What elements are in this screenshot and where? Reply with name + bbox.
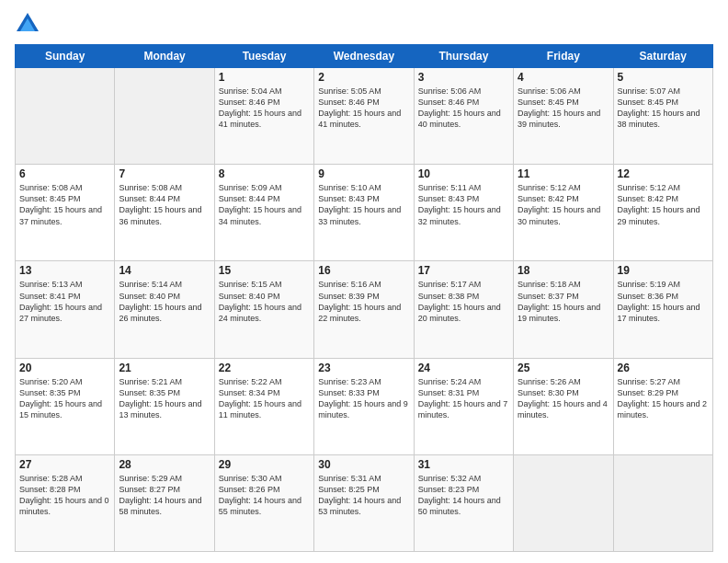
calendar-cell: 19Sunrise: 5:19 AMSunset: 8:36 PMDayligh… xyxy=(613,261,712,358)
day-number: 27 xyxy=(19,458,110,471)
calendar-cell: 11Sunrise: 5:12 AMSunset: 8:42 PMDayligh… xyxy=(514,165,613,261)
day-header-friday: Friday xyxy=(514,45,613,68)
day-info: Sunrise: 5:19 AMSunset: 8:36 PMDaylight:… xyxy=(618,279,709,324)
calendar-cell: 28Sunrise: 5:29 AMSunset: 8:27 PMDayligh… xyxy=(115,454,214,551)
day-number: 22 xyxy=(219,362,310,374)
calendar-cell: 14Sunrise: 5:14 AMSunset: 8:40 PMDayligh… xyxy=(115,261,214,358)
day-info: Sunrise: 5:22 AMSunset: 8:34 PMDaylight:… xyxy=(219,376,310,421)
day-number: 20 xyxy=(19,362,110,374)
day-info: Sunrise: 5:24 AMSunset: 8:31 PMDaylight:… xyxy=(418,376,509,421)
day-header-tuesday: Tuesday xyxy=(214,45,313,68)
week-row-4: 20Sunrise: 5:20 AMSunset: 8:35 PMDayligh… xyxy=(16,358,713,454)
day-header-monday: Monday xyxy=(115,45,214,68)
calendar-cell: 29Sunrise: 5:30 AMSunset: 8:26 PMDayligh… xyxy=(214,454,313,551)
calendar-cell: 23Sunrise: 5:23 AMSunset: 8:33 PMDayligh… xyxy=(314,358,414,454)
day-info: Sunrise: 5:18 AMSunset: 8:37 PMDaylight:… xyxy=(518,279,609,324)
calendar-cell: 12Sunrise: 5:12 AMSunset: 8:42 PMDayligh… xyxy=(613,165,712,261)
calendar-cell: 13Sunrise: 5:13 AMSunset: 8:41 PMDayligh… xyxy=(16,261,115,358)
day-number: 29 xyxy=(219,458,310,471)
calendar-cell: 26Sunrise: 5:27 AMSunset: 8:29 PMDayligh… xyxy=(613,358,712,454)
calendar-cell: 8Sunrise: 5:09 AMSunset: 8:44 PMDaylight… xyxy=(214,165,313,261)
calendar-cell: 30Sunrise: 5:31 AMSunset: 8:25 PMDayligh… xyxy=(314,454,414,551)
day-number: 19 xyxy=(618,264,709,277)
day-number: 3 xyxy=(418,71,509,84)
calendar-cell xyxy=(115,68,214,165)
calendar-cell: 25Sunrise: 5:26 AMSunset: 8:30 PMDayligh… xyxy=(514,358,613,454)
day-info: Sunrise: 5:12 AMSunset: 8:42 PMDaylight:… xyxy=(518,182,609,227)
calendar-cell: 1Sunrise: 5:04 AMSunset: 8:46 PMDaylight… xyxy=(214,68,313,165)
day-info: Sunrise: 5:08 AMSunset: 8:45 PMDaylight:… xyxy=(19,182,110,227)
day-number: 14 xyxy=(119,264,210,277)
day-number: 11 xyxy=(518,167,609,180)
day-number: 17 xyxy=(418,264,509,277)
day-info: Sunrise: 5:08 AMSunset: 8:44 PMDaylight:… xyxy=(119,182,210,227)
day-number: 30 xyxy=(318,458,409,471)
day-info: Sunrise: 5:32 AMSunset: 8:23 PMDaylight:… xyxy=(418,473,509,518)
day-number: 16 xyxy=(318,264,409,277)
day-info: Sunrise: 5:14 AMSunset: 8:40 PMDaylight:… xyxy=(119,279,210,324)
calendar-cell: 7Sunrise: 5:08 AMSunset: 8:44 PMDaylight… xyxy=(115,165,214,261)
day-info: Sunrise: 5:06 AMSunset: 8:46 PMDaylight:… xyxy=(418,86,509,131)
week-row-3: 13Sunrise: 5:13 AMSunset: 8:41 PMDayligh… xyxy=(16,261,713,358)
calendar-cell: 2Sunrise: 5:05 AMSunset: 8:46 PMDaylight… xyxy=(314,68,414,165)
calendar-cell: 22Sunrise: 5:22 AMSunset: 8:34 PMDayligh… xyxy=(214,358,313,454)
day-number: 18 xyxy=(518,264,609,277)
calendar-cell: 21Sunrise: 5:21 AMSunset: 8:35 PMDayligh… xyxy=(115,358,214,454)
day-number: 23 xyxy=(318,362,409,374)
day-info: Sunrise: 5:15 AMSunset: 8:40 PMDaylight:… xyxy=(219,279,310,324)
day-number: 31 xyxy=(418,458,509,471)
week-row-1: 1Sunrise: 5:04 AMSunset: 8:46 PMDaylight… xyxy=(16,68,713,165)
day-number: 7 xyxy=(119,167,210,180)
day-number: 25 xyxy=(518,362,609,374)
day-number: 4 xyxy=(518,71,609,84)
day-number: 24 xyxy=(418,362,509,374)
day-header-saturday: Saturday xyxy=(613,45,712,68)
day-header-thursday: Thursday xyxy=(414,45,513,68)
day-header-sunday: Sunday xyxy=(16,45,115,68)
day-info: Sunrise: 5:29 AMSunset: 8:27 PMDaylight:… xyxy=(119,473,210,518)
calendar-cell: 9Sunrise: 5:10 AMSunset: 8:43 PMDaylight… xyxy=(314,165,414,261)
day-info: Sunrise: 5:07 AMSunset: 8:45 PMDaylight:… xyxy=(618,86,709,131)
day-number: 21 xyxy=(119,362,210,374)
day-info: Sunrise: 5:09 AMSunset: 8:44 PMDaylight:… xyxy=(219,182,310,227)
day-info: Sunrise: 5:28 AMSunset: 8:28 PMDaylight:… xyxy=(19,473,110,518)
week-row-2: 6Sunrise: 5:08 AMSunset: 8:45 PMDaylight… xyxy=(16,165,713,261)
calendar-cell: 20Sunrise: 5:20 AMSunset: 8:35 PMDayligh… xyxy=(16,358,115,454)
day-info: Sunrise: 5:27 AMSunset: 8:29 PMDaylight:… xyxy=(618,376,709,421)
day-info: Sunrise: 5:26 AMSunset: 8:30 PMDaylight:… xyxy=(518,376,609,421)
day-info: Sunrise: 5:31 AMSunset: 8:25 PMDaylight:… xyxy=(318,473,409,518)
calendar-cell: 4Sunrise: 5:06 AMSunset: 8:45 PMDaylight… xyxy=(514,68,613,165)
day-info: Sunrise: 5:20 AMSunset: 8:35 PMDaylight:… xyxy=(19,376,110,421)
day-info: Sunrise: 5:16 AMSunset: 8:39 PMDaylight:… xyxy=(318,279,409,324)
day-number: 9 xyxy=(318,167,409,180)
day-number: 8 xyxy=(219,167,310,180)
day-info: Sunrise: 5:11 AMSunset: 8:43 PMDaylight:… xyxy=(418,182,509,227)
calendar-cell: 16Sunrise: 5:16 AMSunset: 8:39 PMDayligh… xyxy=(314,261,414,358)
logo xyxy=(15,11,44,37)
day-number: 13 xyxy=(19,264,110,277)
day-number: 5 xyxy=(618,71,709,84)
calendar-table: SundayMondayTuesdayWednesdayThursdayFrid… xyxy=(15,44,713,552)
day-info: Sunrise: 5:23 AMSunset: 8:33 PMDaylight:… xyxy=(318,376,409,421)
calendar-cell: 3Sunrise: 5:06 AMSunset: 8:46 PMDaylight… xyxy=(414,68,513,165)
day-header-wednesday: Wednesday xyxy=(314,45,414,68)
day-number: 2 xyxy=(318,71,409,84)
day-number: 26 xyxy=(618,362,709,374)
page: SundayMondayTuesdayWednesdayThursdayFrid… xyxy=(0,0,728,563)
calendar-cell: 10Sunrise: 5:11 AMSunset: 8:43 PMDayligh… xyxy=(414,165,513,261)
calendar-cell: 15Sunrise: 5:15 AMSunset: 8:40 PMDayligh… xyxy=(214,261,313,358)
header xyxy=(15,11,713,37)
day-info: Sunrise: 5:10 AMSunset: 8:43 PMDaylight:… xyxy=(318,182,409,227)
calendar-cell xyxy=(514,454,613,551)
day-info: Sunrise: 5:13 AMSunset: 8:41 PMDaylight:… xyxy=(19,279,110,324)
day-info: Sunrise: 5:06 AMSunset: 8:45 PMDaylight:… xyxy=(518,86,609,131)
day-header-row: SundayMondayTuesdayWednesdayThursdayFrid… xyxy=(16,45,713,68)
day-number: 6 xyxy=(19,167,110,180)
calendar-cell: 5Sunrise: 5:07 AMSunset: 8:45 PMDaylight… xyxy=(613,68,712,165)
day-info: Sunrise: 5:04 AMSunset: 8:46 PMDaylight:… xyxy=(219,86,310,131)
calendar-cell xyxy=(613,454,712,551)
day-number: 1 xyxy=(219,71,310,84)
day-info: Sunrise: 5:30 AMSunset: 8:26 PMDaylight:… xyxy=(219,473,310,518)
calendar-cell: 24Sunrise: 5:24 AMSunset: 8:31 PMDayligh… xyxy=(414,358,513,454)
calendar-cell: 27Sunrise: 5:28 AMSunset: 8:28 PMDayligh… xyxy=(16,454,115,551)
